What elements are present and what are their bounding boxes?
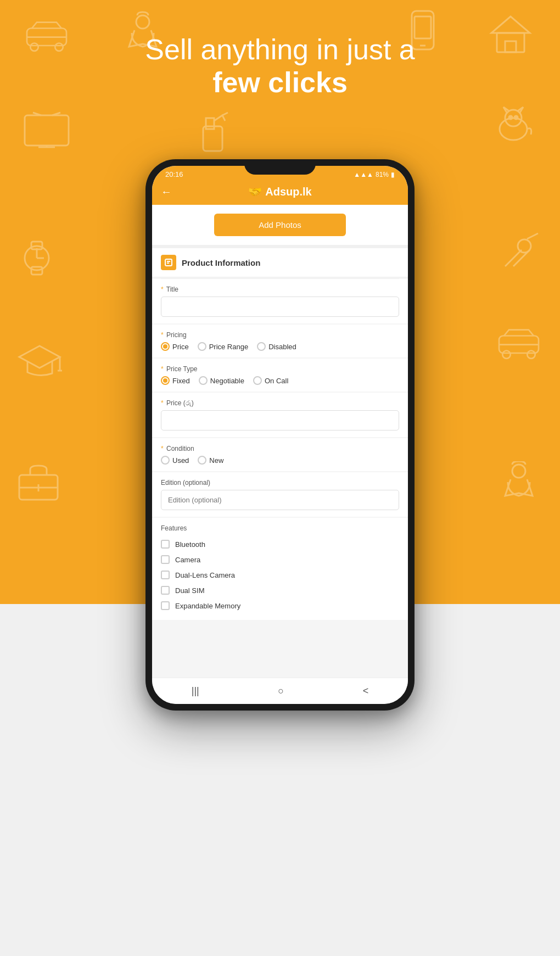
pricing-label: * Pricing bbox=[161, 331, 399, 339]
feature-expandable-memory-label: Expandable Memory bbox=[175, 602, 240, 610]
battery-icon: ▮ bbox=[391, 171, 395, 178]
product-info-title: Product Information bbox=[182, 258, 260, 267]
status-time: 20:16 bbox=[165, 170, 183, 178]
price-type-negotiable[interactable]: Negotiable bbox=[199, 376, 244, 385]
condition-label: * Condition bbox=[161, 445, 399, 452]
price-field-section: * Price (රු) bbox=[152, 393, 408, 437]
pricing-price-range-label: Price Range bbox=[209, 343, 249, 351]
condition-used-label: Used bbox=[172, 456, 189, 465]
phone-outer: 20:16 ▲▲▲ 81% ▮ ← 🤝 Adsup.lk Add bbox=[145, 159, 415, 711]
price-type-on-call[interactable]: On Call bbox=[253, 376, 288, 385]
edition-input[interactable] bbox=[161, 490, 399, 510]
pricing-option-price[interactable]: Price bbox=[161, 342, 189, 351]
condition-radio-new[interactable] bbox=[198, 456, 206, 465]
edition-section: Edition (optional) bbox=[152, 472, 408, 517]
logo-text: Adsup.lk bbox=[265, 186, 311, 198]
phone-device: 20:16 ▲▲▲ 81% ▮ ← 🤝 Adsup.lk Add bbox=[145, 159, 415, 711]
condition-radio-used[interactable] bbox=[161, 456, 170, 465]
condition-new-label: New bbox=[209, 456, 223, 465]
price-type-label-text: Price Type bbox=[166, 365, 197, 373]
product-info-icon bbox=[161, 255, 176, 270]
feature-expandable-memory-checkbox[interactable] bbox=[161, 601, 170, 610]
feature-camera-label: Camera bbox=[175, 556, 200, 564]
pricing-price-label: Price bbox=[172, 343, 189, 351]
bottom-nav: ||| ○ < bbox=[152, 678, 408, 704]
hero-text: Sell anything in just a few clicks bbox=[0, 33, 560, 99]
pricing-option-price-range[interactable]: Price Range bbox=[198, 342, 249, 351]
pricing-label-text: Pricing bbox=[166, 331, 187, 339]
status-indicators: ▲▲▲ 81% ▮ bbox=[354, 171, 395, 178]
title-input[interactable] bbox=[161, 297, 399, 317]
features-label-text: Features bbox=[161, 524, 187, 532]
condition-radio-group: Used New bbox=[161, 456, 399, 465]
screen-content: Add Photos Product Information bbox=[152, 205, 408, 694]
price-type-radio-on-call[interactable] bbox=[253, 376, 262, 385]
price-type-on-call-label: On Call bbox=[265, 377, 288, 385]
logo-icon: 🤝 bbox=[248, 185, 262, 198]
add-photos-button[interactable]: Add Photos bbox=[214, 214, 346, 236]
feature-dual-sim-label: Dual SIM bbox=[175, 586, 204, 595]
price-type-radio-fixed[interactable] bbox=[161, 376, 170, 385]
pricing-section: * Pricing Price Price Range bbox=[152, 325, 408, 357]
title-required-marker: * bbox=[161, 286, 164, 293]
feature-camera[interactable]: Camera bbox=[161, 552, 399, 567]
feature-dual-lens-camera[interactable]: Dual-Lens Camera bbox=[161, 567, 399, 583]
features-label: Features bbox=[161, 524, 399, 532]
pricing-radio-price-range[interactable] bbox=[198, 342, 206, 351]
price-type-fixed[interactable]: Fixed bbox=[161, 376, 190, 385]
price-input[interactable] bbox=[161, 410, 399, 431]
pricing-disabled-label: Disabled bbox=[268, 343, 296, 351]
price-type-negotiable-label: Negotiable bbox=[210, 377, 244, 385]
pricing-required-marker: * bbox=[161, 331, 164, 339]
price-type-fixed-label: Fixed bbox=[172, 377, 190, 385]
feature-dual-sim[interactable]: Dual SIM bbox=[161, 583, 399, 598]
hero-line2: few clicks bbox=[0, 66, 560, 99]
feature-dual-sim-checkbox[interactable] bbox=[161, 586, 170, 595]
feature-dual-lens-checkbox[interactable] bbox=[161, 571, 170, 579]
condition-new[interactable]: New bbox=[198, 456, 223, 465]
feature-bluetooth-label: Bluetooth bbox=[175, 540, 205, 549]
feature-expandable-memory[interactable]: Expandable Memory bbox=[161, 598, 399, 613]
hero-line1: Sell anything in just a bbox=[0, 33, 560, 66]
pricing-radio-group: Price Price Range Disabled bbox=[161, 342, 399, 351]
condition-label-text: Condition bbox=[166, 445, 194, 452]
title-field-section: * Title bbox=[152, 279, 408, 323]
edition-label: Edition (optional) bbox=[161, 479, 399, 487]
pricing-radio-price[interactable] bbox=[161, 342, 170, 351]
nav-back-icon[interactable]: < bbox=[363, 685, 369, 697]
condition-section: * Condition Used New bbox=[152, 438, 408, 471]
pricing-option-disabled[interactable]: Disabled bbox=[257, 342, 296, 351]
price-required-marker: * bbox=[161, 399, 164, 407]
pricing-radio-disabled[interactable] bbox=[257, 342, 266, 351]
price-type-radio-negotiable[interactable] bbox=[199, 376, 208, 385]
app-logo: 🤝 Adsup.lk bbox=[248, 185, 311, 198]
price-type-required-marker: * bbox=[161, 365, 164, 373]
back-button[interactable]: ← bbox=[161, 186, 172, 198]
signal-icon: ▲▲▲ bbox=[354, 171, 373, 178]
price-field-label: * Price (රු) bbox=[161, 399, 399, 407]
condition-used[interactable]: Used bbox=[161, 456, 189, 465]
phone-notch bbox=[244, 159, 316, 175]
edition-label-text: Edition (optional) bbox=[161, 479, 210, 487]
battery-level: 81% bbox=[376, 171, 389, 178]
add-photos-section: Add Photos bbox=[152, 205, 408, 245]
feature-dual-lens-label: Dual-Lens Camera bbox=[175, 571, 235, 579]
product-info-header: Product Information bbox=[152, 248, 408, 277]
price-field-label-text: Price (රු) bbox=[166, 399, 194, 407]
feature-bluetooth-checkbox[interactable] bbox=[161, 540, 170, 549]
title-label: * Title bbox=[161, 286, 399, 293]
feature-camera-checkbox[interactable] bbox=[161, 555, 170, 564]
phone-screen: 20:16 ▲▲▲ 81% ▮ ← 🤝 Adsup.lk Add bbox=[152, 166, 408, 704]
app-header: ← 🤝 Adsup.lk bbox=[152, 181, 408, 205]
nav-home-icon[interactable]: ○ bbox=[278, 685, 284, 697]
features-section: Features Bluetooth Camera Dual-Lens Came… bbox=[152, 518, 408, 620]
price-type-section: * Price Type Fixed Negotiable bbox=[152, 359, 408, 392]
title-label-text: Title bbox=[166, 286, 178, 293]
price-type-radio-group: Fixed Negotiable On Call bbox=[161, 376, 399, 385]
nav-menu-icon[interactable]: ||| bbox=[192, 685, 199, 697]
price-type-label: * Price Type bbox=[161, 365, 399, 373]
condition-required-marker: * bbox=[161, 445, 164, 452]
feature-bluetooth[interactable]: Bluetooth bbox=[161, 536, 399, 552]
